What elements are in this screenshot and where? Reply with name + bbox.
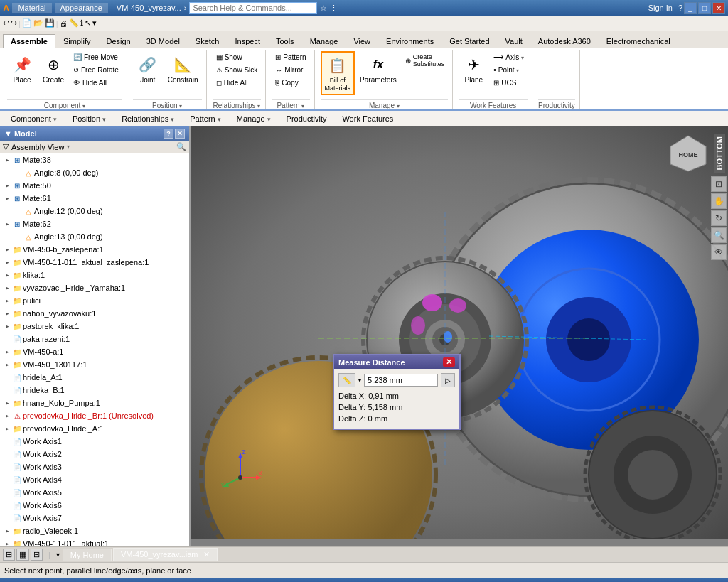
vbar-dropdown[interactable]: ▾ — [56, 551, 60, 559]
parameters-button[interactable]: fx Parameters — [356, 51, 400, 86]
tree-item-waxis2[interactable]: 📄 Work Axis2 — [0, 448, 189, 460]
show-sick-button[interactable]: ⚠ Show Sick — [213, 64, 262, 76]
tree-item-angle12[interactable]: △ Angle:12 (0,00 deg) — [0, 205, 189, 217]
place-button[interactable]: 📌 Place — [7, 51, 37, 86]
sub-component[interactable]: Component ▾ — [4, 112, 63, 125]
orbit-btn[interactable]: ↻ — [711, 210, 727, 226]
view-icon-1[interactable]: ⊞ — [3, 549, 15, 561]
point-button[interactable]: • Point ▾ — [490, 64, 528, 76]
tree-item-hnane[interactable]: ▸ 📁 hnane_Kolo_Pumpa:1 — [0, 397, 189, 409]
tree-item-pulici[interactable]: ▸ 📁 pulici — [0, 294, 189, 307]
tab-sketch[interactable]: Sketch — [188, 34, 228, 48]
maximize-button[interactable]: □ — [698, 2, 711, 14]
tab-3dmodel[interactable]: 3D Model — [139, 34, 188, 48]
tree-item-mate38[interactable]: ▸ ⊞ Mate:38 — [0, 153, 189, 166]
hide-all-button[interactable]: 👁 Hide All — [70, 77, 122, 89]
tab-tools[interactable]: Tools — [268, 34, 302, 48]
axis-button[interactable]: ⟶ Axis ▾ — [490, 51, 528, 63]
tab-environments[interactable]: Environments — [378, 34, 441, 48]
tab-manage[interactable]: Manage — [302, 34, 346, 48]
free-rotate-button[interactable]: ↺ Free Rotate — [70, 64, 122, 76]
sub-position[interactable]: Position ▾ — [66, 112, 112, 125]
sub-productivity[interactable]: Productivity — [280, 112, 333, 125]
help-icon[interactable]: ? — [678, 4, 682, 12]
minimize-button[interactable]: _ — [684, 2, 697, 14]
zoom-btn[interactable]: 🔍 — [711, 227, 727, 243]
tree-item-waxis7[interactable]: 📄 Work Axis7 — [0, 512, 189, 524]
open-button[interactable]: 📂 — [33, 18, 43, 28]
tab-design[interactable]: Design — [99, 34, 139, 48]
tree-panel[interactable]: ▸ ⊞ Mate:38 △ Angle:8 (0,00 deg) ▸ ⊞ Mat… — [0, 153, 189, 546]
tab-electro[interactable]: Electromechanical — [599, 34, 678, 48]
tab-close-icon[interactable]: ✕ — [203, 550, 210, 559]
joint-button[interactable]: 🔗 Joint — [133, 51, 163, 86]
tree-item-preva[interactable]: ▸ 📁 prevodovka_Hridel_A:1 — [0, 422, 189, 435]
model-close-btn[interactable]: ✕ — [175, 129, 185, 139]
show-button[interactable]: ▦ Show — [213, 51, 262, 63]
tree-item-paka[interactable]: 📄 paka razeni:1 — [0, 333, 189, 345]
tree-item-yamaha[interactable]: ▸ 📁 vyvazovaci_Hridel_Yamaha:1 — [0, 281, 189, 294]
filter-icon[interactable]: ▽ — [3, 142, 9, 151]
tree-item-prevbr[interactable]: ▸ ⚠ prevodovka_Hridel_Br:1 (Unresolved) — [0, 409, 189, 422]
view-icon-2[interactable]: ▦ — [16, 549, 29, 561]
create-substitutes-button[interactable]: ⊕ CreateSubstitutes — [402, 51, 449, 70]
properties-button[interactable]: ℹ — [80, 18, 83, 28]
model-help-btn[interactable]: ? — [164, 129, 173, 139]
pattern-button[interactable]: ⊞ Pattern — [272, 51, 309, 63]
view-icon-3[interactable]: ⊟ — [31, 549, 43, 561]
nav-cube[interactable]: HOME — [667, 132, 710, 175]
measure-type-icon[interactable]: 📏 — [338, 373, 355, 387]
tree-item-vm450-130[interactable]: ▸ 📁 VM-450_130117:1 — [0, 358, 189, 371]
sign-in-label[interactable]: Sign In — [648, 4, 673, 12]
tree-item-waxis5[interactable]: 📄 Work Axis5 — [0, 486, 189, 499]
tree-item-hridela[interactable]: 📄 hridela_A:1 — [0, 371, 189, 384]
mirror-button[interactable]: ↔ Mirror — [272, 64, 309, 76]
measure-close-btn[interactable]: ✕ — [443, 357, 455, 367]
tab-vault[interactable]: Vault — [498, 34, 530, 48]
undo-button[interactable]: ↩ — [3, 18, 9, 28]
pan-btn[interactable]: ✋ — [711, 193, 727, 209]
tree-item-radio[interactable]: ▸ 📁 radio_Valecek:1 — [0, 524, 189, 537]
tree-item-pastorek[interactable]: ▸ 📁 pastorek_klika:1 — [0, 320, 189, 333]
tab-simplify[interactable]: Simplify — [55, 34, 99, 48]
viewport[interactable]: BOTTOM HOME ⊡ ✋ ↻ 🔍 👁 Z — [191, 126, 728, 546]
measure-value-input[interactable]: 5,238 mm — [364, 374, 438, 387]
zoom-fit-btn[interactable]: ⊡ — [711, 176, 727, 192]
sub-manage[interactable]: Manage ▾ — [230, 112, 277, 125]
close-button[interactable]: ✕ — [712, 2, 725, 14]
sub-pattern[interactable]: Pattern ▾ — [183, 112, 228, 125]
look-btn[interactable]: 👁 — [711, 244, 727, 260]
tree-item-klika[interactable]: ▸ 📁 klika:1 — [0, 269, 189, 281]
copy-button[interactable]: ⎘ Measure Distance Copy — [272, 77, 309, 89]
search-input[interactable] — [189, 2, 317, 14]
print-button[interactable]: 🖨 — [60, 19, 68, 28]
tab-assemble[interactable]: Assemble — [3, 34, 55, 48]
tree-item-vm450b[interactable]: ▸ 📁 VM-450-b_zaslepena:1 — [0, 243, 189, 256]
redo-button[interactable]: ↪ — [11, 18, 17, 28]
plane-button[interactable]: ✈ Plane — [459, 51, 488, 86]
tree-item-vm450-11-2[interactable]: ▸ 📁 VM-450-11-011_aktual:1 — [0, 537, 189, 546]
tree-item-waxis1[interactable]: 📄 Work Axis1 — [0, 435, 189, 448]
view-type-btn[interactable]: Assembly View — [11, 143, 64, 151]
tree-item-vm450a1[interactable]: ▸ 📁 VM-450-a:1 — [0, 345, 189, 358]
tree-item-vm450-11[interactable]: ▸ 📁 VM-450-11-011_aktual_zaslepena:1 — [0, 256, 189, 269]
search-tree-btn[interactable]: 🔍 — [176, 142, 186, 151]
ucs-button[interactable]: ⊞ UCS — [490, 77, 528, 89]
tree-item-waxis4[interactable]: 📄 Work Axis4 — [0, 473, 189, 486]
bom-button[interactable]: 📋 Bill ofMaterials — [321, 51, 355, 95]
tab-getstarted[interactable]: Get Started — [441, 34, 497, 48]
tree-item-mate50[interactable]: ▸ ⊞ Mate:50 — [0, 179, 189, 192]
measure-dropdown-arrow[interactable]: ▾ — [358, 377, 361, 384]
appearance-tab[interactable]: Appearance — [55, 3, 108, 13]
tab-inspect[interactable]: Inspect — [227, 34, 267, 48]
tree-item-angle13[interactable]: △ Angle:13 (0,00 deg) — [0, 230, 189, 243]
expand-icon[interactable]: ▸ — [3, 156, 11, 164]
new-button[interactable]: 📄 — [22, 18, 32, 28]
tab-view[interactable]: View — [346, 34, 378, 48]
tree-item-mate62[interactable]: ▸ ⊞ Mate:62 — [0, 217, 189, 230]
tree-item-angle8[interactable]: △ Angle:8 (0,00 deg) — [0, 166, 189, 179]
sub-workfeatures[interactable]: Work Features — [336, 112, 400, 125]
measure-copy-icon[interactable]: ▷ — [441, 373, 455, 387]
create-button[interactable]: ⊕ Create — [38, 51, 68, 86]
tree-item-nahon[interactable]: ▸ 📁 nahon_vyvazovaku:1 — [0, 307, 189, 320]
